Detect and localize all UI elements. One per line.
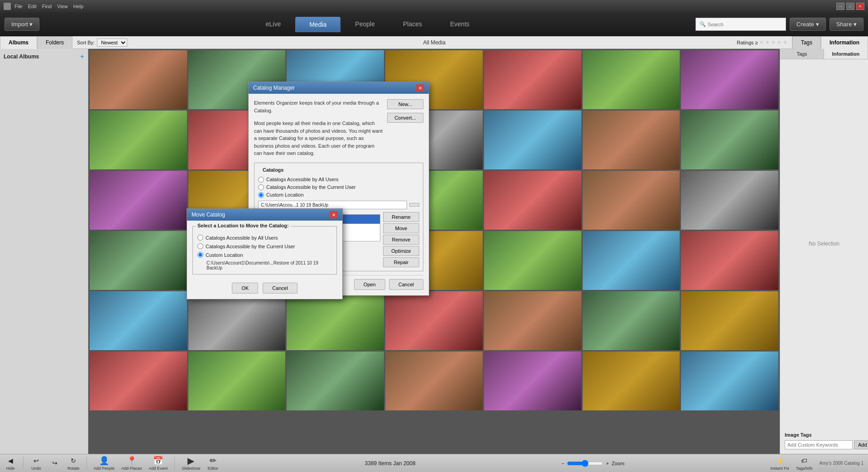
create-button[interactable]: Create ▾ [790, 18, 826, 31]
slideshow-tool[interactable]: ▶ Slideshow [182, 456, 200, 471]
menu-file[interactable]: File [14, 4, 23, 9]
photo-cell[interactable] [681, 291, 778, 350]
photo-cell[interactable] [484, 171, 581, 230]
star4[interactable]: ★ [777, 39, 782, 45]
tags-input[interactable] [785, 440, 853, 449]
minimize-button[interactable]: ─ [836, 3, 844, 10]
add-places-tool[interactable]: 📍 Add Places [121, 456, 142, 471]
star2[interactable]: ★ [765, 39, 770, 45]
tags-info-tool[interactable]: 🏷 Tags/Info [796, 456, 813, 471]
repair-button[interactable]: Repair [383, 257, 419, 267]
add-event-tool[interactable]: 📅 Add Event [149, 456, 168, 471]
tags-panel-button[interactable]: Tags [780, 49, 824, 59]
photo-cell[interactable] [385, 352, 483, 410]
photo-cell[interactable] [583, 291, 680, 350]
photo-cell[interactable] [484, 111, 581, 169]
move-button[interactable]: Move [383, 223, 419, 233]
close-button[interactable]: ✕ [856, 3, 864, 10]
browse-button[interactable] [409, 203, 419, 207]
move-custom-option[interactable]: Custom Location [197, 252, 332, 258]
share-button[interactable]: Share ▾ [830, 18, 863, 31]
open-catalog-button[interactable]: Open [354, 279, 385, 290]
new-catalog-button[interactable]: New... [387, 99, 423, 109]
custom-location-option[interactable]: Custom Location [258, 192, 419, 198]
tags-panel-tab[interactable]: Tags [792, 36, 821, 49]
menu-edit[interactable]: Edit [28, 4, 37, 9]
rotate-tool[interactable]: ↻ Rotate [67, 456, 80, 471]
cancel-catalog-button[interactable]: Cancel [389, 279, 423, 290]
editor-tool[interactable]: ✏ Editor [207, 456, 219, 471]
information-panel-button[interactable]: Information [824, 49, 868, 59]
photo-cell[interactable] [484, 352, 581, 410]
zoom-slider[interactable] [567, 460, 603, 467]
move-current-user-option[interactable]: Catalogs Accessible by the Current User [197, 243, 332, 249]
add-people-tool[interactable]: 👤 Add People [94, 456, 115, 471]
add-tag-button[interactable]: Add [854, 440, 868, 449]
undo-tool[interactable]: ↩ Undo [30, 456, 42, 471]
menu-view[interactable]: View [57, 4, 68, 9]
all-users-radio[interactable] [258, 177, 264, 183]
tab-elive[interactable]: eLive [252, 17, 294, 32]
photo-cell[interactable] [90, 231, 187, 290]
photo-cell[interactable] [583, 171, 680, 230]
photo-cell[interactable] [90, 111, 187, 169]
photo-cell[interactable] [484, 231, 581, 290]
rename-button[interactable]: Rename [383, 212, 419, 222]
move-current-user-radio[interactable] [197, 243, 203, 249]
menu-find[interactable]: Find [42, 4, 52, 9]
move-custom-radio[interactable] [197, 252, 203, 258]
search-input[interactable] [708, 22, 771, 27]
sort-select[interactable]: Newest Oldest Name [97, 39, 127, 47]
tab-places[interactable]: Places [389, 17, 436, 32]
photo-cell[interactable] [90, 171, 187, 230]
catalog-manager-close[interactable]: ✕ [416, 84, 424, 92]
menu-help[interactable]: Help [73, 4, 84, 9]
photo-cell[interactable] [681, 50, 778, 109]
photo-cell[interactable] [188, 352, 286, 410]
remove-button[interactable]: Remove [383, 235, 419, 245]
redo-tool[interactable]: ↪ [49, 458, 61, 468]
ok-button[interactable]: OK [232, 283, 258, 294]
zoom-minus-icon[interactable]: − [561, 461, 564, 466]
photo-cell[interactable] [188, 291, 286, 350]
optimize-button[interactable]: Optimize [383, 246, 419, 256]
information-panel-tab[interactable]: Information [821, 36, 868, 49]
tab-people[interactable]: People [341, 17, 388, 32]
current-user-radio[interactable] [258, 184, 264, 190]
photo-cell[interactable] [385, 291, 483, 350]
custom-location-radio[interactable] [258, 192, 264, 198]
convert-catalog-button[interactable]: Convert... [387, 113, 423, 123]
add-album-button[interactable]: + [80, 53, 84, 61]
photo-cell[interactable] [90, 352, 187, 410]
move-catalog-close[interactable]: ✕ [330, 211, 338, 218]
import-button[interactable]: Import ▾ [5, 18, 39, 31]
photo-cell[interactable] [681, 111, 778, 169]
star5[interactable]: ★ [783, 39, 787, 45]
move-all-users-option[interactable]: Catalogs Accessible by All Users [197, 235, 332, 241]
photo-cell[interactable] [583, 50, 680, 109]
photo-cell[interactable] [484, 291, 581, 350]
instant-fix-tool[interactable]: ⚡ Instant Fix [770, 456, 789, 471]
folders-tab[interactable]: Folders [37, 36, 72, 49]
maximize-button[interactable]: □ [846, 3, 854, 10]
tab-media[interactable]: Media [295, 17, 340, 32]
photo-cell[interactable] [681, 171, 778, 230]
photo-cell[interactable] [484, 50, 581, 109]
photo-cell[interactable] [287, 352, 384, 410]
current-user-option[interactable]: Catalogs Accessible by the Current User [258, 184, 419, 190]
move-all-users-radio[interactable] [197, 235, 203, 241]
tab-events[interactable]: Events [436, 17, 483, 32]
star3[interactable]: ★ [771, 39, 776, 45]
photo-cell[interactable] [583, 111, 680, 169]
photo-cell[interactable] [583, 352, 680, 410]
photo-cell[interactable] [90, 50, 187, 109]
hide-tool[interactable]: ◀ Hide [5, 456, 16, 471]
zoom-plus-icon[interactable]: + [606, 461, 609, 466]
photo-cell[interactable] [90, 291, 187, 350]
photo-cell[interactable] [681, 352, 778, 410]
photo-cell[interactable] [287, 291, 384, 350]
photo-cell[interactable] [681, 231, 778, 290]
all-users-option[interactable]: Catalogs Accessible by All Users [258, 177, 419, 183]
photo-cell[interactable] [583, 231, 680, 290]
star1[interactable]: ★ [759, 39, 764, 45]
